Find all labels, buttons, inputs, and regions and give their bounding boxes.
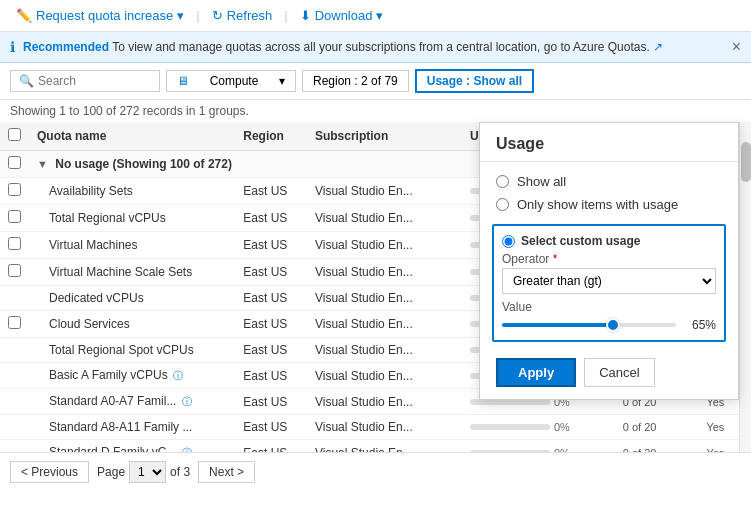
row-checkbox[interactable] bbox=[8, 210, 21, 223]
usage-filter-btn[interactable]: Usage : Show all bbox=[415, 69, 534, 93]
banner-close-btn[interactable]: × bbox=[732, 38, 741, 56]
search-icon: 🔍 bbox=[19, 74, 34, 88]
group-row-text: No usage (Showing 100 of 272) bbox=[55, 157, 232, 171]
row-region: East US bbox=[235, 389, 307, 415]
row-region: East US bbox=[235, 232, 307, 259]
main-area: Quota name Region Subscription Usage ble… bbox=[0, 122, 751, 491]
row-usage-num: 0 of 20 bbox=[615, 415, 699, 440]
header-region: Region bbox=[235, 122, 307, 151]
scrollbar-thumb[interactable] bbox=[741, 142, 751, 182]
panel-actions: Apply Cancel bbox=[480, 350, 738, 387]
refresh-btn[interactable]: ↻ Refresh bbox=[206, 6, 279, 25]
row-region: East US bbox=[235, 338, 307, 363]
header-empty bbox=[443, 122, 462, 151]
select-all-checkbox[interactable] bbox=[8, 128, 21, 141]
separator-1: | bbox=[196, 8, 199, 23]
row-subscription: Visual Studio En... bbox=[307, 286, 443, 311]
info-badge-2[interactable]: ⓘ bbox=[182, 396, 192, 407]
page-select-area: Page 1 2 3 of 3 bbox=[97, 461, 190, 483]
search-box: 🔍 bbox=[10, 70, 160, 92]
row-quota-name: Total Regional Spot vCPUs bbox=[29, 338, 235, 363]
header-quota-name: Quota name bbox=[29, 122, 235, 151]
toolbar: ✏️ Request quota increase ▾ | ↻ Refresh … bbox=[0, 0, 751, 32]
row-quota-name: Total Regional vCPUs bbox=[29, 205, 235, 232]
page-label-text: Page bbox=[97, 465, 125, 479]
row-region: East US bbox=[235, 205, 307, 232]
custom-usage-box: Select custom usage Operator * Greater t… bbox=[492, 224, 726, 342]
row-subscription: Visual Studio En... bbox=[307, 338, 443, 363]
banner-message: To view and manage quotas across all you… bbox=[112, 40, 650, 54]
row-subscription: Visual Studio En... bbox=[307, 178, 443, 205]
slider-row: 65% bbox=[502, 318, 716, 332]
row-quota-name: Virtual Machines bbox=[29, 232, 235, 259]
row-checkbox[interactable] bbox=[8, 264, 21, 277]
only-show-radio[interactable] bbox=[496, 198, 509, 211]
only-show-label: Only show items with usage bbox=[517, 197, 678, 212]
group-checkbox bbox=[0, 151, 29, 178]
refresh-label: Refresh bbox=[227, 8, 273, 23]
info-icon: ℹ bbox=[10, 39, 15, 55]
slider-pct-label: 65% bbox=[684, 318, 716, 332]
usage-label: Usage : Show all bbox=[427, 74, 522, 88]
compute-filter-btn[interactable]: 🖥 Compute ▾ bbox=[166, 70, 296, 92]
row-subscription: Visual Studio En... bbox=[307, 415, 443, 440]
request-quota-btn[interactable]: ✏️ Request quota increase ▾ bbox=[10, 6, 190, 25]
next-btn[interactable]: Next > bbox=[198, 461, 255, 483]
search-input[interactable] bbox=[38, 74, 148, 88]
row-subscription: Visual Studio En... bbox=[307, 363, 443, 389]
radio-group: Show all Only show items with usage bbox=[480, 170, 738, 216]
only-show-option[interactable]: Only show items with usage bbox=[496, 193, 722, 216]
info-badge[interactable]: ⓘ bbox=[173, 370, 183, 381]
row-checkbox[interactable] bbox=[8, 316, 21, 329]
custom-usage-radio[interactable] bbox=[502, 235, 515, 248]
chevron-down-icon: ▾ bbox=[177, 8, 184, 23]
cancel-btn[interactable]: Cancel bbox=[584, 358, 654, 387]
edit-icon: ✏️ bbox=[16, 8, 32, 23]
row-quota-name: Basic A Family vCPUs ⓘ bbox=[29, 363, 235, 389]
compute-label: Compute bbox=[210, 74, 259, 88]
row-region: East US bbox=[235, 178, 307, 205]
scrollbar[interactable] bbox=[739, 122, 751, 491]
page-select[interactable]: 1 2 3 bbox=[129, 461, 166, 483]
row-checkbox[interactable] bbox=[8, 237, 21, 250]
row-checkbox[interactable] bbox=[8, 183, 21, 196]
row-region: East US bbox=[235, 415, 307, 440]
row-quota-name: Cloud Services bbox=[29, 311, 235, 338]
value-label: Value bbox=[502, 300, 716, 314]
row-quota-name: Standard A8-A11 Family ... bbox=[29, 415, 235, 440]
row-subscription: Visual Studio En... bbox=[307, 259, 443, 286]
show-all-option[interactable]: Show all bbox=[496, 170, 722, 193]
row-subscription: Visual Studio En... bbox=[307, 311, 443, 338]
row-usage-bar: 0% bbox=[462, 415, 615, 440]
banner-text: Recommended To view and manage quotas ac… bbox=[23, 40, 663, 54]
download-btn[interactable]: ⬇ Download ▾ bbox=[294, 6, 390, 25]
chevron-down-icon-3: ▾ bbox=[279, 74, 285, 88]
group-checkbox-input[interactable] bbox=[8, 156, 21, 169]
refresh-icon: ↻ bbox=[212, 8, 223, 23]
show-all-label: Show all bbox=[517, 174, 566, 189]
apply-btn[interactable]: Apply bbox=[496, 358, 576, 387]
show-all-radio[interactable] bbox=[496, 175, 509, 188]
usage-slider[interactable] bbox=[502, 323, 676, 327]
table-row: Standard A8-A11 Family ... East US Visua… bbox=[0, 415, 739, 440]
separator-2: | bbox=[284, 8, 287, 23]
download-icon: ⬇ bbox=[300, 8, 311, 23]
operator-label-text: Operator bbox=[502, 252, 549, 266]
usage-panel: Usage Show all Only show items with usag… bbox=[479, 122, 739, 400]
header-checkbox-col bbox=[0, 122, 29, 151]
records-count: Showing 1 to 100 of 272 records in 1 gro… bbox=[0, 100, 751, 122]
operator-label: Operator * bbox=[502, 252, 716, 266]
banner-prefix: Recommended bbox=[23, 40, 109, 54]
download-label: Download bbox=[315, 8, 373, 23]
group-toggle-icon[interactable]: ▼ bbox=[37, 158, 48, 170]
operator-select[interactable]: Greater than (gt) Less than (lt) Equal t… bbox=[502, 268, 716, 294]
usage-panel-title: Usage bbox=[480, 123, 738, 162]
row-region: East US bbox=[235, 286, 307, 311]
compute-icon: 🖥 bbox=[177, 74, 189, 88]
external-link-icon[interactable]: ↗ bbox=[653, 40, 663, 54]
region-filter-btn[interactable]: Region : 2 of 79 bbox=[302, 70, 409, 92]
previous-btn[interactable]: < Previous bbox=[10, 461, 89, 483]
row-region: East US bbox=[235, 311, 307, 338]
row-quota-name: Availability Sets bbox=[29, 178, 235, 205]
of-label-text: of 3 bbox=[170, 465, 190, 479]
